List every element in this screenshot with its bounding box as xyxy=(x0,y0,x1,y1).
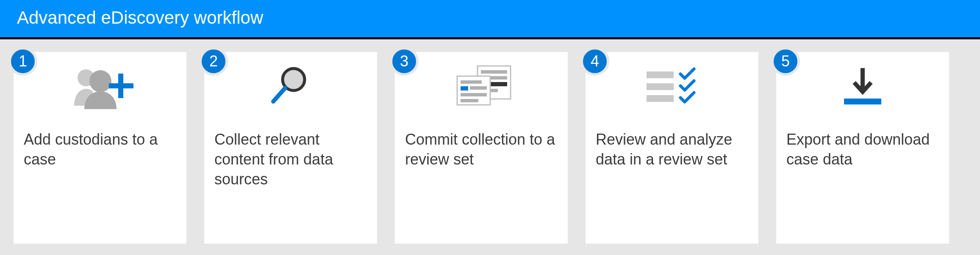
svg-rect-7 xyxy=(481,70,507,74)
step-number: 1 xyxy=(19,52,27,70)
step-label: Add custodians to a case xyxy=(24,130,176,170)
documents-icon xyxy=(450,63,513,110)
svg-rect-21 xyxy=(844,99,881,104)
svg-rect-17 xyxy=(647,71,674,78)
search-icon xyxy=(267,63,314,110)
step-label: Export and download case data xyxy=(786,130,939,170)
step-icon-area xyxy=(596,61,748,112)
svg-rect-14 xyxy=(470,86,487,90)
step-card-5: 5 Export and download case data xyxy=(776,52,949,244)
step-number-badge: 1 xyxy=(8,47,37,76)
svg-rect-12 xyxy=(461,80,482,84)
step-number: 3 xyxy=(400,52,408,70)
add-user-icon xyxy=(64,63,136,110)
svg-rect-13 xyxy=(461,86,468,90)
step-card-1: 1 Add custodians to a case xyxy=(14,52,186,244)
svg-rect-19 xyxy=(647,95,674,102)
page-title: Advanced eDiscovery workflow xyxy=(17,8,263,27)
svg-rect-3 xyxy=(109,83,133,88)
download-icon xyxy=(837,66,888,108)
svg-rect-18 xyxy=(647,83,674,90)
header-bar: Advanced eDiscovery workflow xyxy=(0,0,980,39)
checklist-icon xyxy=(642,66,702,108)
step-number: 2 xyxy=(209,52,218,70)
svg-line-5 xyxy=(273,88,285,101)
step-number: 4 xyxy=(591,52,599,70)
step-icon-area xyxy=(405,61,558,112)
svg-point-1 xyxy=(89,70,111,92)
step-label: Collect relevant content from data sourc… xyxy=(214,130,367,189)
step-number-badge: 2 xyxy=(199,47,228,76)
step-number-badge: 3 xyxy=(390,47,419,76)
step-number-badge: 4 xyxy=(580,47,609,76)
step-number-badge: 5 xyxy=(771,47,800,76)
step-icon-area xyxy=(786,61,939,112)
step-card-3: 3 Commit collection to a review set xyxy=(395,52,568,244)
step-card-2: 2 Collect relevant content from data sou… xyxy=(204,52,377,244)
step-label: Review and analyze data in a review set xyxy=(596,130,748,170)
step-number: 5 xyxy=(781,52,790,70)
step-card-4: 4 Review and analyze data in a review se… xyxy=(586,52,758,244)
step-icon-area xyxy=(24,61,176,112)
svg-rect-16 xyxy=(461,99,478,102)
workflow-steps: 1 Add custodians to a case 2 xyxy=(0,39,980,244)
svg-rect-15 xyxy=(461,93,487,96)
step-icon-area xyxy=(214,61,367,112)
step-label: Commit collection to a review set xyxy=(405,130,558,170)
